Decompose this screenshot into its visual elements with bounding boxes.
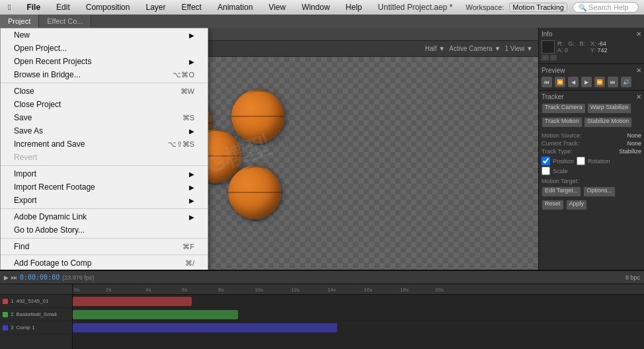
tl-label-3[interactable]: 3 Comp 1 xyxy=(0,321,72,334)
separator xyxy=(1,238,208,239)
track-bar-3 xyxy=(73,323,337,332)
apply-btn[interactable]: Apply xyxy=(566,200,588,210)
effect-menu[interactable]: Effect xyxy=(179,3,204,12)
timeline-tracks: 0s 2s 4s 6s 8s 10s 12s 14s 16s 18s 20s xyxy=(73,284,644,349)
menu-item-save-as[interactable]: Save As ▶ xyxy=(1,124,208,137)
prev-play-back-btn[interactable]: ◀ xyxy=(568,77,579,87)
tracker-row-2: Track Motion Stabilize Motion xyxy=(542,117,641,129)
preview-controls: ⏮ ⏪ ◀ ▶ ⏩ ⏭ 🔊 xyxy=(542,77,641,87)
track-color-2 xyxy=(3,312,8,317)
animation-menu[interactable]: Animation xyxy=(215,3,255,12)
tl-label-2[interactable]: 2 Basketball_Small xyxy=(0,308,72,321)
options-btn[interactable]: Options... xyxy=(583,186,616,197)
tl-play-btn[interactable]: ▶ xyxy=(4,274,9,281)
scale-checkbox[interactable] xyxy=(542,167,550,175)
info-section: Info ✕ R: G: B: A: 0 X: -64 Y: 742 + xyxy=(539,28,644,64)
workspace-value[interactable]: Motion Tracking xyxy=(509,3,567,12)
menu-item-increment-save[interactable]: Increment and Save ⌥⇧⌘S xyxy=(1,137,208,151)
edit-menu[interactable]: Edit xyxy=(54,3,73,12)
timeline-header: ▶ ⏭ 0:00:00:00 (23.976 fps) 8 bpc xyxy=(0,271,644,284)
composition-menu[interactable]: Composition xyxy=(83,3,133,12)
prev-first-btn[interactable]: ⏮ xyxy=(542,77,552,87)
apple-menu[interactable]:  xyxy=(5,3,13,12)
timeline-area: ▶ ⏭ 0:00:00:00 (23.976 fps) 8 bpc 1 492_… xyxy=(0,270,644,349)
rotation-checkbox[interactable] xyxy=(577,157,585,165)
tab-effect-controls[interactable]: Effect Co... xyxy=(39,15,91,28)
timeline-labels: 1 492_5245_01 2 Basketball_Small 3 Comp … xyxy=(0,284,73,349)
stabilize-motion-btn[interactable]: Stabilize Motion xyxy=(584,117,633,128)
tl-timecode[interactable]: 0:00:00:00 xyxy=(20,274,60,281)
file-dropdown-menu: New ▶ Open Project... Open Recent Projec… xyxy=(0,28,208,270)
menu-item-go-adobe-story[interactable]: Go to Adobe Story... xyxy=(1,223,208,237)
menu-item-adobe-dynamic-link[interactable]: Adobe Dynamic Link ▶ xyxy=(1,210,208,223)
tracker-header: Tracker ✕ xyxy=(542,93,641,100)
timeline-ruler: 0s 2s 4s 6s 8s 10s 12s 14s 16s 18s 20s xyxy=(73,284,644,295)
prev-last-btn[interactable]: ⏭ xyxy=(608,77,618,87)
position-checkbox[interactable] xyxy=(542,157,550,165)
window-title: Untitled Project.aep * xyxy=(376,3,456,12)
tracker-section: Tracker ✕ Track Camera Warp Stabilize Tr… xyxy=(539,91,644,270)
track-row-2[interactable] xyxy=(73,308,644,321)
right-panel: Info ✕ R: G: B: A: 0 X: -64 Y: 742 + xyxy=(538,28,644,270)
view-menu[interactable]: View xyxy=(266,3,288,12)
basketball-2 xyxy=(231,90,284,143)
info-values: R: G: B: A: 0 xyxy=(557,40,585,54)
track-camera-btn[interactable]: Track Camera xyxy=(542,103,586,114)
menu-item-import-recent[interactable]: Import Recent Footage ▶ xyxy=(1,180,208,194)
menu-bar:  File Edit Composition Layer Effect Ani… xyxy=(0,0,644,15)
menu-item-browse-bridge[interactable]: Browse in Bridge... ⌥⌘O xyxy=(1,68,208,81)
search-input[interactable]: 🔍 Search Help xyxy=(573,2,639,13)
track-row-3[interactable] xyxy=(73,321,644,334)
tracker-checkboxes: Position Rotation xyxy=(542,157,641,165)
window-menu[interactable]: Window xyxy=(299,3,333,12)
menu-item-open-project[interactable]: Open Project... xyxy=(1,42,208,55)
workspace-label: Workspace: xyxy=(465,3,504,11)
edit-target-btn[interactable]: Edit Target... xyxy=(542,186,581,197)
menu-item-import[interactable]: Import ▶ xyxy=(1,167,208,180)
resolution-selector[interactable]: Half ▼ xyxy=(425,45,445,52)
tracker-reset-apply: Reset Apply xyxy=(542,200,641,212)
track-color-1 xyxy=(3,299,8,304)
prev-play-fwd-btn[interactable]: ⏩ xyxy=(594,77,605,87)
tl-fps: (23.976 fps) xyxy=(62,274,94,281)
preview-section: Preview ✕ ⏮ ⏪ ◀ ▶ ⏩ ⏭ 🔊 xyxy=(539,64,644,91)
preview-header: Preview ✕ xyxy=(542,67,641,74)
layout-btn[interactable]: 1 View ▼ xyxy=(504,45,533,52)
menu-item-close[interactable]: Close ⌘W xyxy=(1,85,208,98)
menu-item-new[interactable]: New ▶ xyxy=(1,28,208,42)
warp-stabilize-btn[interactable]: Warp Stabilize xyxy=(587,103,632,114)
reset-btn[interactable]: Reset xyxy=(542,200,564,210)
prev-back-btn[interactable]: ⏪ xyxy=(555,77,565,87)
separator xyxy=(1,165,208,166)
menu-item-close-project[interactable]: Close Project xyxy=(1,98,208,111)
track-row-1[interactable] xyxy=(73,295,644,308)
tl-step-btn[interactable]: ⏭ xyxy=(11,274,17,281)
separator xyxy=(1,83,208,83)
basketball-5 xyxy=(228,166,281,219)
timeline-controls: ▶ ⏭ 0:00:00:00 (23.976 fps) xyxy=(4,274,94,281)
menu-item-open-recent[interactable]: Open Recent Projects ▶ xyxy=(1,55,208,68)
tracker-actions: Edit Target... Options... xyxy=(542,186,641,198)
view-selector[interactable]: Active Camera ▼ xyxy=(449,45,501,52)
menu-item-revert[interactable]: Revert xyxy=(1,151,208,164)
separator xyxy=(1,208,208,209)
menu-item-add-footage-comp[interactable]: Add Footage to Comp ⌘/ xyxy=(1,256,208,270)
file-menu[interactable]: File xyxy=(24,3,43,12)
info-header: Info ✕ xyxy=(542,30,641,38)
tl-label-1[interactable]: 1 492_5245_01 xyxy=(0,295,72,308)
project-panel: Name 492_5245_01 492_5245_01.mov Basketb… xyxy=(0,28,73,270)
menu-item-find[interactable]: Find ⌘F xyxy=(1,240,208,253)
help-menu[interactable]: Help xyxy=(343,3,365,12)
channel-buttons: + − xyxy=(542,55,641,61)
menu-item-export[interactable]: Export ▶ xyxy=(1,194,208,207)
menu-item-save[interactable]: Save ⌘S xyxy=(1,111,208,124)
track-motion-btn[interactable]: Track Motion xyxy=(542,117,583,128)
track-bar-1 xyxy=(73,297,192,306)
panel-tab-row: Project Effect Co... xyxy=(0,15,644,28)
track-color-3 xyxy=(3,325,8,330)
prev-audio-btn[interactable]: 🔊 xyxy=(621,77,631,87)
menubar-right: Workspace: Motion Tracking 🔍 Search Help xyxy=(465,2,639,13)
prev-play-btn[interactable]: ▶ xyxy=(581,77,592,87)
layer-menu[interactable]: Layer xyxy=(143,3,168,12)
tab-project[interactable]: Project xyxy=(0,15,39,28)
